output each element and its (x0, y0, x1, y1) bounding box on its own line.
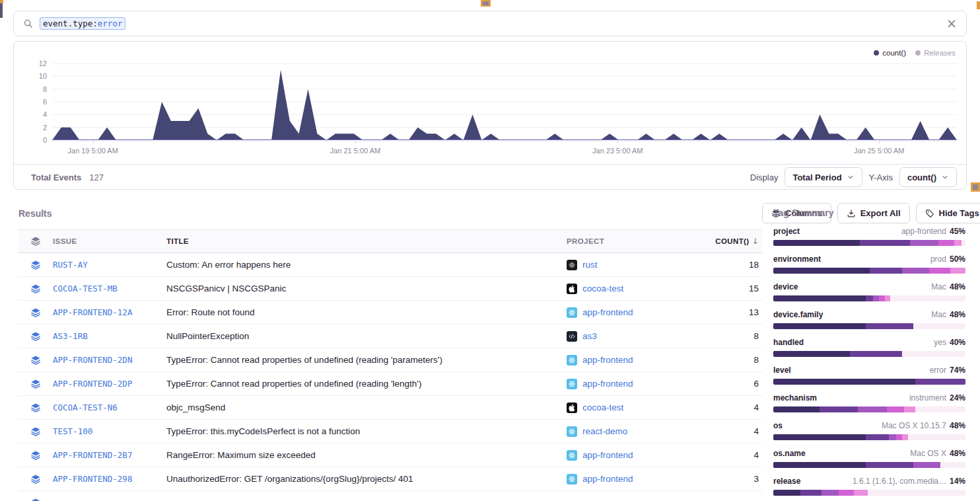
tag-bar-segment[interactable] (773, 406, 820, 412)
tag-bar-segment[interactable] (850, 351, 902, 357)
tag-distribution-bar[interactable] (773, 240, 965, 246)
tag-distribution-bar[interactable] (773, 434, 965, 440)
tag-bar-segment[interactable] (913, 462, 940, 468)
code-platform-icon (567, 331, 577, 342)
tag-bar-segment[interactable] (929, 268, 950, 274)
project-link[interactable]: rust (582, 260, 598, 270)
issue-link[interactable]: AS3-1RB (53, 331, 88, 341)
tag-bar-segment[interactable] (866, 295, 874, 301)
screenshot-artifact-left-cap (0, 0, 3, 3)
search-bar[interactable]: event.type:error × (13, 11, 967, 36)
header-cell-issue[interactable]: ISSUE (53, 237, 166, 245)
chart-plot-area[interactable] (52, 63, 957, 140)
tag-bar-segment[interactable] (885, 295, 891, 301)
tag-bar-segment[interactable] (773, 295, 866, 301)
tag-bar-segment[interactable] (800, 490, 822, 496)
tag-bar-segment[interactable] (820, 406, 858, 412)
y-axis-dropdown[interactable]: count() (899, 167, 957, 187)
display-dropdown[interactable]: Total Period (785, 167, 862, 187)
tag-bar-segment[interactable] (887, 406, 904, 412)
tag-distribution-bar[interactable] (773, 268, 965, 274)
legend-item-label: Releases (924, 49, 956, 57)
count-cell: 3 (701, 474, 763, 484)
tag-bar-segment[interactable] (902, 434, 908, 440)
tag-bar-segment[interactable] (854, 490, 867, 496)
tag-top-value: prod (930, 254, 946, 264)
legend-item-Releases[interactable]: Releases (915, 49, 956, 57)
tag-bar-segment[interactable] (773, 351, 850, 357)
tag-bar-segment[interactable] (822, 490, 839, 496)
tag-bar-segment[interactable] (860, 240, 910, 246)
legend-item-count[interactable]: count() (874, 49, 906, 57)
tag-bar-segment[interactable] (873, 295, 879, 301)
clear-search-button[interactable]: × (946, 17, 957, 30)
tag-bar-segment[interactable] (902, 268, 929, 274)
project-link[interactable]: app-frontend (582, 355, 633, 365)
project-link[interactable]: app-frontend (582, 474, 633, 484)
tag-bar-segment[interactable] (879, 295, 885, 301)
header-cell-title[interactable]: TITLE (166, 237, 567, 245)
tag-bar-segment[interactable] (950, 268, 965, 274)
tag-bar-segment[interactable] (915, 379, 965, 385)
events-chart-panel: count()Releases 024681012 Jan 19 5:00 AM… (13, 41, 967, 190)
header-cell-project[interactable]: PROJECT (567, 237, 701, 245)
issue-link[interactable]: TEST-100 (53, 426, 92, 436)
tag-top-value: Mac OS X (910, 449, 946, 459)
x-axis-tick-label: Jan 21 5:00 AM (306, 147, 405, 155)
issue-link[interactable]: APP-FRONTEND-298 (53, 474, 132, 484)
tag-head: mechanisminstrument24% (773, 393, 965, 403)
issue-link[interactable]: COCOA-TEST-N6 (53, 403, 118, 412)
tag-bar-segment[interactable] (773, 379, 915, 385)
legend-dot-icon (915, 50, 921, 56)
tag-distribution-bar[interactable] (773, 351, 965, 357)
tag-bar-segment[interactable] (870, 268, 902, 274)
tag-top-percent: 14% (950, 477, 965, 486)
project-link[interactable]: app-frontend (582, 379, 633, 389)
tag-bar-segment[interactable] (904, 406, 915, 412)
tag-bar-segment[interactable] (773, 268, 870, 274)
table-row: APP-FRONTEND-298UnauthorizedError: GET /… (18, 467, 763, 491)
tag-bar-segment[interactable] (773, 490, 800, 496)
tag-bar-segment[interactable] (896, 434, 902, 440)
tag-distribution-bar[interactable] (773, 490, 965, 496)
tag-bar-segment[interactable] (866, 462, 914, 468)
tag-bar-segment[interactable] (773, 462, 866, 468)
tag-bar-segment[interactable] (773, 434, 866, 440)
tag-distribution-bar[interactable] (773, 379, 965, 385)
issue-link[interactable]: APP-FRONTEND-2B7 (53, 450, 132, 460)
tag-bar-segment[interactable] (910, 240, 939, 246)
tag-bar-segment[interactable] (866, 323, 914, 329)
tag-bar-segment[interactable] (954, 240, 962, 246)
count-cell: 8 (701, 331, 763, 341)
search-query-token[interactable]: event.type:error (40, 17, 125, 30)
tag-bar-segment[interactable] (889, 434, 897, 440)
tag-bar-segment[interactable] (866, 434, 889, 440)
tag-bar-segment[interactable] (938, 240, 954, 246)
tag-top-percent: 48% (950, 282, 965, 292)
issue-link[interactable]: COCOA-TEST-MB (53, 284, 118, 293)
issue-link[interactable]: APP-FRONTEND-2DP (53, 379, 132, 389)
tag-name: mechanism (773, 393, 817, 403)
project-link[interactable]: react-demo (582, 426, 627, 436)
issue-link[interactable]: APP-FRONTEND-2DN (53, 355, 132, 365)
tag-distribution-bar[interactable] (773, 323, 965, 329)
tag-distribution-bar[interactable] (773, 462, 965, 468)
project-link[interactable]: app-frontend (582, 450, 633, 460)
tag-distribution-bar[interactable] (773, 406, 965, 412)
chevron-down-icon (941, 173, 949, 181)
header-cell-count[interactable]: COUNT()↓ (701, 237, 763, 246)
project-link[interactable]: cocoa-test (582, 403, 623, 412)
tag-bar-segment[interactable] (773, 240, 860, 246)
tag-distribution-bar[interactable] (773, 295, 965, 301)
issue-link[interactable]: RUST-AY (53, 260, 88, 270)
issue-link[interactable]: APP-FRONTEND-12A (53, 307, 132, 317)
tag-bar-segment[interactable] (858, 406, 887, 412)
tag-bar-segment[interactable] (839, 490, 854, 496)
project-link[interactable]: app-frontend (582, 307, 633, 317)
project-link[interactable]: as3 (582, 331, 597, 341)
tag-bar-segment[interactable] (773, 323, 866, 329)
search-icon (23, 19, 33, 28)
issue-stack-icon (18, 474, 53, 484)
project-link[interactable]: cocoa-test (582, 284, 623, 293)
x-axis-tick-label: Jan 23 5:00 AM (568, 147, 667, 155)
